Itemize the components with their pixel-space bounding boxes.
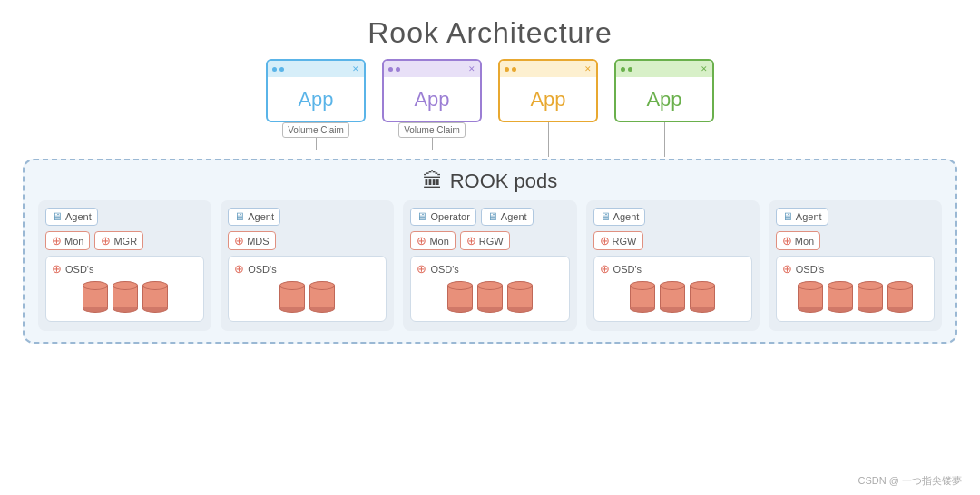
svc-row-4: ⊕RGW <box>593 231 752 250</box>
disk-4-1 <box>630 281 655 314</box>
svc-row-1: ⊕Mon ⊕MGR <box>45 231 204 250</box>
disk-1-1 <box>83 281 108 314</box>
osd-title-3: ⊕ OSD's <box>416 262 563 276</box>
connector-1: Volume Claim <box>266 122 366 150</box>
osd-icon-4: ⊕ <box>600 262 610 276</box>
disk-3-2 <box>477 281 503 314</box>
node-box-5: 🖥Agent ⊕Mon ⊕ OSD's <box>769 200 942 331</box>
app-label-1: App <box>268 77 364 121</box>
node-box-4: 🖥Agent ⊕RGW ⊕ OSD's <box>586 200 760 331</box>
osd-disks-5 <box>782 281 928 314</box>
agent-label-4: 🖥Agent <box>593 208 646 226</box>
mon-label-5: ⊕Mon <box>776 231 820 250</box>
disk-5-2 <box>828 281 853 314</box>
app-box-4: ✕ App <box>614 59 714 122</box>
mon-icon-3: ⊕ <box>416 234 426 248</box>
volume-claim-1: Volume Claim <box>282 122 349 138</box>
operator-label-3: 🖥Operator <box>410 208 475 226</box>
mgr-icon-1: ⊕ <box>101 234 111 248</box>
osd-disks-4 <box>600 281 746 314</box>
agent-row-1: 🖥Agent <box>45 208 204 226</box>
agent-icon-2: 🖥 <box>234 210 245 223</box>
mds-icon-2: ⊕ <box>234 234 244 248</box>
agent-row-2: 🖥Agent <box>228 208 387 226</box>
disk-1-2 <box>113 281 138 314</box>
mds-label-2: ⊕MDS <box>228 231 275 250</box>
osd-title-2: ⊕ OSD's <box>234 262 380 276</box>
disk-3-1 <box>447 281 473 314</box>
agent-row-3: 🖥Operator 🖥Agent <box>410 208 569 226</box>
svc-row-5: ⊕Mon <box>776 231 935 250</box>
connectors-row: Volume Claim Volume Claim <box>0 122 980 159</box>
disk-5-1 <box>798 281 823 314</box>
rook-title: 🏛 ROOK pods <box>38 170 942 193</box>
mon-icon-5: ⊕ <box>782 234 792 248</box>
app-label-2: App <box>384 77 480 121</box>
osd-disks-3 <box>416 281 563 314</box>
agent-label-3: 🖥Agent <box>481 208 534 226</box>
svc-row-3: ⊕Mon ⊕RGW <box>410 231 569 250</box>
osd-icon-1: ⊕ <box>52 262 62 276</box>
disk-5-4 <box>887 281 913 314</box>
disk-3-3 <box>507 281 533 314</box>
page-title: Rook Architecture <box>0 0 980 50</box>
rgw-label-4: ⊕RGW <box>593 231 643 250</box>
mon-label-3: ⊕Mon <box>410 231 455 250</box>
mon-label-1: ⊕Mon <box>45 231 90 250</box>
disk-2-1 <box>279 281 305 314</box>
apps-row: ✕ App ✕ App ✕ App ✕ App <box>0 59 980 122</box>
rook-container: 🏛 ROOK pods 🖥Agent ⊕Mon ⊕MGR ⊕ OSD's <box>23 159 957 344</box>
agent-label-2: 🖥Agent <box>228 208 280 226</box>
connector-3 <box>498 122 598 157</box>
rgw-icon-3: ⊕ <box>466 234 476 248</box>
osd-title-5: ⊕ OSD's <box>782 262 928 276</box>
agent-row-4: 🖥Agent <box>593 208 752 226</box>
mgr-label-1: ⊕MGR <box>94 231 143 250</box>
agent-label-5: 🖥Agent <box>776 208 828 226</box>
osd-box-2: ⊕ OSD's <box>228 256 387 322</box>
osd-disks-2 <box>234 281 380 314</box>
osd-icon-2: ⊕ <box>234 262 244 276</box>
app-titlebar-4: ✕ <box>616 61 712 77</box>
agent-label-1: 🖥Agent <box>45 208 98 226</box>
connector-2: Volume Claim <box>382 122 482 150</box>
osd-box-3: ⊕ OSD's <box>410 256 569 322</box>
disk-4-3 <box>690 281 715 314</box>
disk-5-3 <box>858 281 883 314</box>
agent-icon: 🖥 <box>52 210 63 223</box>
osd-title-4: ⊕ OSD's <box>600 262 746 276</box>
osd-box-1: ⊕ OSD's <box>45 256 204 322</box>
node-box-3: 🖥Operator 🖥Agent ⊕Mon ⊕RGW ⊕ OSD's <box>403 200 576 331</box>
app-label-3: App <box>500 77 596 121</box>
osd-icon-3: ⊕ <box>416 262 426 276</box>
app-label-4: App <box>616 77 712 121</box>
svc-row-2: ⊕MDS <box>228 231 387 250</box>
app-box-2: ✕ App <box>382 59 482 122</box>
rgw-icon-4: ⊕ <box>600 234 610 248</box>
osd-box-5: ⊕ OSD's <box>776 256 935 322</box>
osd-icon-5: ⊕ <box>782 262 792 276</box>
app-titlebar-2: ✕ <box>384 61 480 77</box>
agent-icon-3: 🖥 <box>487 210 498 223</box>
app-box-1: ✕ App <box>266 59 366 122</box>
volume-claim-2: Volume Claim <box>398 122 466 138</box>
mon-icon-1: ⊕ <box>52 234 62 248</box>
watermark: CSDN @ 一つ指尖镂夢 <box>858 474 962 488</box>
osd-title-1: ⊕ OSD's <box>52 262 198 276</box>
connector-4 <box>614 122 714 157</box>
operator-icon-3: 🖥 <box>416 210 427 223</box>
disk-1-3 <box>142 281 168 314</box>
disk-2-2 <box>309 281 335 314</box>
rgw-label-3: ⊕RGW <box>460 231 510 250</box>
nodes-row: 🖥Agent ⊕Mon ⊕MGR ⊕ OSD's 🖥A <box>38 200 942 331</box>
osd-box-4: ⊕ OSD's <box>593 256 752 322</box>
app-box-3: ✕ App <box>498 59 598 122</box>
osd-disks-1 <box>52 281 198 314</box>
agent-icon-5: 🖥 <box>782 210 793 223</box>
app-titlebar-3: ✕ <box>500 61 596 77</box>
rook-icon: 🏛 <box>423 170 443 193</box>
node-box-1: 🖥Agent ⊕Mon ⊕MGR ⊕ OSD's <box>38 200 211 331</box>
app-titlebar-1: ✕ <box>268 61 364 77</box>
disk-4-2 <box>660 281 685 314</box>
node-box-2: 🖥Agent ⊕MDS ⊕ OSD's <box>220 200 394 331</box>
